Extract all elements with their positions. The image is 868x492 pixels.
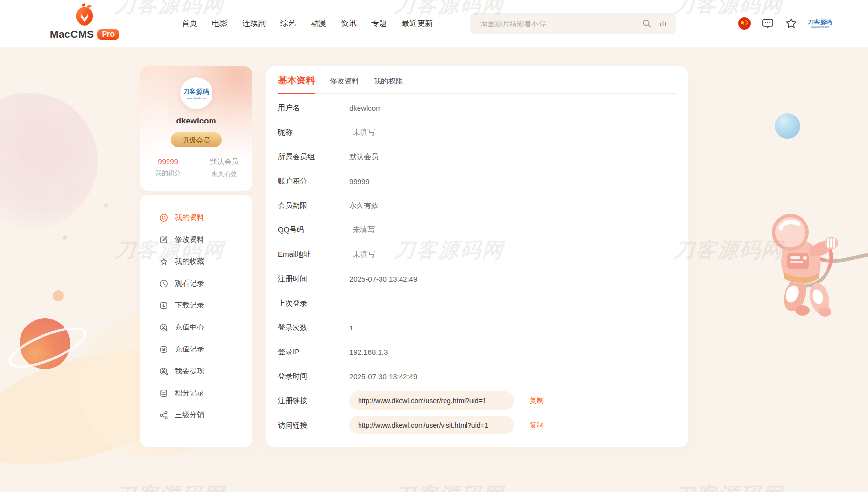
detail-label: 昵称: [278, 128, 349, 137]
planet-illustration: [4, 307, 87, 390]
sidebar-item-label: 下载记录: [175, 301, 204, 310]
sidebar-item-label: 三级分销: [175, 410, 204, 420]
sidebar-item-label: 充值记录: [175, 345, 204, 354]
sidebar-item-watch-history[interactable]: 观看记录: [140, 272, 252, 294]
favorite-star-icon[interactable]: [784, 17, 798, 30]
detail-label: 所属会员组: [278, 152, 349, 162]
search-icon[interactable]: [641, 18, 652, 29]
tab-permissions[interactable]: 我的权限: [374, 77, 403, 86]
detail-label: Email地址: [278, 250, 349, 259]
detail-label: 用户名: [278, 103, 349, 113]
detail-row: QQ号码未填写: [278, 218, 676, 242]
sidebar-item-label: 观看记录: [175, 279, 204, 288]
flag-china-icon[interactable]: [738, 17, 751, 30]
username: dkewlcom: [140, 116, 252, 126]
message-icon[interactable]: [761, 17, 775, 30]
detail-label: 登录时间: [278, 372, 349, 381]
sidebar-item-label: 充值中心: [175, 323, 204, 332]
points-icon: [159, 389, 169, 398]
detail-row: 登录次数1: [278, 315, 676, 340]
copy-button[interactable]: 复制: [530, 396, 544, 405]
detail-tabs: 基本资料修改资料我的权限: [278, 74, 676, 94]
detail-value: 2025-07-30 13:42:49: [349, 275, 417, 283]
sidebar-item-edit-profile[interactable]: 修改资料: [140, 228, 252, 250]
detail-label: 登录次数: [278, 323, 349, 332]
nav-item-1[interactable]: 首页: [182, 19, 197, 29]
watermark-text: 刀客源码网: [673, 236, 784, 264]
nav-item-4[interactable]: 综艺: [280, 19, 296, 29]
detail-label: 访问链接: [278, 421, 349, 430]
detail-label: 上次登录: [278, 299, 349, 308]
detail-value: 2025-07-30 13:42:49: [349, 372, 417, 381]
detail-row: 昵称未填写: [278, 120, 676, 144]
sidebar-item-recharge-center[interactable]: 充值中心: [140, 316, 252, 338]
sidebar-item-label: 积分记录: [175, 389, 204, 398]
astronaut-illustration: [756, 209, 868, 325]
main-navigation: 首页电影连续剧综艺动漫资讯专题最近更新: [182, 0, 433, 47]
nav-item-8[interactable]: 最近更新: [402, 19, 433, 29]
detail-value: 1: [349, 324, 353, 332]
sidebar-item-withdraw[interactable]: 我要提现: [140, 360, 252, 382]
nav-item-6[interactable]: 资讯: [341, 19, 357, 29]
sidebar-item-favorites[interactable]: 我的收藏: [140, 250, 252, 272]
detail-value: 192.168.1.3: [349, 348, 388, 356]
search-input[interactable]: [479, 19, 635, 28]
sidebar-menu: 我的资料修改资料我的收藏观看记录下载记录充值中心充值记录我要提现积分记录三级分销: [140, 195, 252, 447]
watermark-text: 刀客源码网: [114, 481, 226, 492]
tab-edit-info[interactable]: 修改资料: [330, 77, 359, 86]
user-detail-card: 基本资料修改资料我的权限 用户名dkewlcom昵称未填写所属会员组默认会员账户…: [266, 66, 688, 447]
star-icon: [159, 257, 169, 266]
site-brand[interactable]: MacCMS Pro: [48, 2, 121, 40]
detail-label: 会员期限: [278, 201, 349, 210]
detail-row: 注册链接复制: [278, 389, 676, 413]
decor-soft-circle: [0, 93, 98, 229]
share-icon: [159, 410, 169, 420]
detail-row: 所属会员组默认会员: [278, 144, 676, 169]
top-header: MacCMS Pro 首页电影连续剧综艺动漫资讯专题最近更新: [0, 0, 868, 47]
copy-button[interactable]: 复制: [530, 421, 544, 430]
nav-item-5[interactable]: 动漫: [311, 19, 326, 29]
trending-icon[interactable]: [658, 18, 669, 29]
recharge-record-icon: [159, 345, 169, 354]
watermark-text: 刀客源码网: [393, 481, 505, 492]
link-input[interactable]: [349, 391, 514, 410]
nav-item-2[interactable]: 电影: [212, 19, 228, 29]
brand-name: MacCMS: [50, 28, 94, 40]
detail-label: 注册时间: [278, 274, 349, 284]
search-bar: [470, 13, 676, 34]
maccms-user-profile-page: { "colors": { "accent": "#f4512c", "copy…: [0, 0, 868, 492]
decor-dot: [104, 203, 108, 208]
detail-row: 会员期限永久有效: [278, 193, 676, 218]
detail-row: 用户名dkewlcom: [278, 96, 676, 120]
decor-dot: [53, 290, 64, 301]
brand-badge: Pro: [97, 29, 119, 40]
edit-icon: [159, 235, 169, 245]
recharge-icon: [159, 323, 169, 332]
sidebar-item-label: 我的资料: [175, 213, 204, 222]
nav-item-7[interactable]: 专题: [371, 19, 387, 29]
watermark-text: 刀客源码网: [673, 481, 784, 492]
tab-basic-info[interactable]: 基本资料: [278, 74, 315, 87]
sidebar-item-distribution[interactable]: 三级分销: [140, 404, 252, 426]
withdraw-icon: [159, 367, 169, 376]
sidebar-item-recharge-records[interactable]: 充值记录: [140, 338, 252, 360]
link-input[interactable]: [349, 416, 514, 434]
upgrade-member-button[interactable]: 升级会员: [171, 132, 222, 147]
sidebar-item-download-history[interactable]: 下载记录: [140, 294, 252, 316]
sidebar-item-profile[interactable]: 我的资料: [140, 206, 252, 228]
detail-row: 上次登录: [278, 291, 676, 315]
profile-stats: 99999 我的积分 默认会员 永久有效: [140, 157, 252, 179]
smiley-icon: [159, 213, 169, 223]
detail-row: 访问链接复制: [278, 413, 676, 437]
sidebar-item-label: 我要提现: [175, 367, 204, 376]
detail-row: 登录时间2025-07-30 13:42:49: [278, 364, 676, 389]
sidebar-item-points-records[interactable]: 积分记录: [140, 382, 252, 404]
nav-item-3[interactable]: 连续剧: [242, 19, 266, 29]
sidebar-item-label: 我的收藏: [175, 257, 204, 266]
detail-label: QQ号码: [278, 226, 349, 235]
detail-value: 99999: [349, 177, 370, 185]
dkewl-site-logo[interactable]: 刀客源码 www.dkewl.com: [808, 19, 832, 28]
detail-value: 永久有效: [349, 201, 379, 210]
detail-value: 未填写: [349, 128, 375, 137]
avatar-logo-text: 刀客源码: [183, 87, 210, 96]
